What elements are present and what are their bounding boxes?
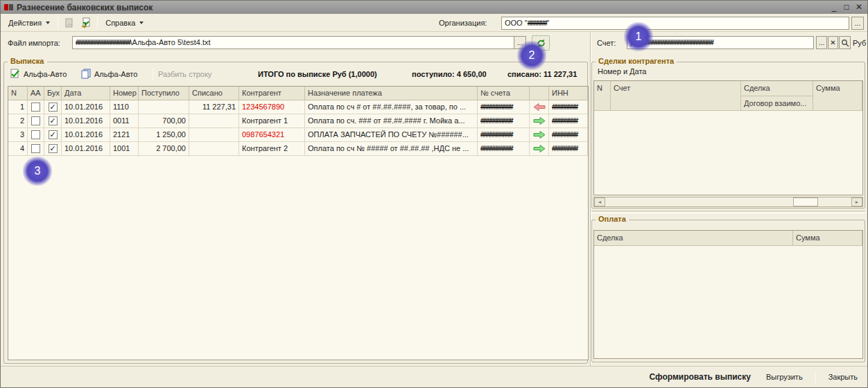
cell-written: 11 227,31 [189, 100, 239, 114]
col-header-n[interactable]: N [8, 87, 28, 100]
organization-label: Организация: [439, 19, 487, 27]
scroll-right-icon[interactable]: ► [851, 197, 862, 206]
col-header-received[interactable]: Поступило [139, 87, 189, 100]
help-menu-button[interactable]: Справка [101, 17, 148, 29]
actions-label: Действия [8, 19, 42, 27]
annotation-badge-1: 1 [624, 22, 653, 51]
scroll-track[interactable] [605, 197, 851, 206]
table-row[interactable]: 2✓10.01.20160011700,00Контрагент 1Оплата… [8, 114, 588, 128]
help-label: Справка [105, 19, 135, 27]
app-window: Разнесение банковских выписок _ □ ✕ Дейс… [0, 0, 868, 388]
cell-buh[interactable]: ✓ [44, 100, 62, 114]
cell-inn: ######## [549, 114, 588, 128]
maximize-button[interactable]: □ [841, 1, 852, 13]
export-button[interactable]: Выгрузить [763, 371, 806, 382]
cell-num: 2121 [110, 128, 139, 142]
col-header-date[interactable]: Дата [62, 87, 110, 100]
statement-rows: 1✓10.01.2016111011 227,311234567890Оплат… [8, 100, 588, 156]
currency-label: Руб [853, 39, 866, 47]
col-header-purpose[interactable]: Назначение платежа [305, 87, 478, 100]
deals-table: N Счет Сделка Сумма Договор взаимо... [593, 80, 863, 195]
col-header-aa[interactable]: АА [28, 87, 44, 100]
close-form-button[interactable]: Закрыть [826, 371, 860, 382]
col-header-inn[interactable]: ИНН [549, 87, 588, 100]
buh-checkbox[interactable]: ✓ [49, 144, 58, 153]
app-icon [4, 4, 13, 10]
alfa-auto-copy-button[interactable]: Альфа-Авто [80, 69, 137, 79]
account-search-button[interactable] [839, 36, 851, 49]
alfa-auto-import-label: Альфа-Авто [24, 70, 67, 78]
deals-col-sum[interactable]: Сумма [813, 81, 862, 111]
cell-aa[interactable] [28, 100, 44, 114]
table-row[interactable]: 3✓10.01.201621211 250,000987654321ОПЛАТА… [8, 128, 588, 142]
statement-table-header: N АА Бух Дата Номер Поступило Списано Ко… [8, 87, 588, 100]
table-row[interactable]: 1✓10.01.2016111011 227,311234567890Оплат… [8, 100, 588, 114]
alfa-auto-import-button[interactable]: Альфа-Авто [10, 69, 67, 79]
deals-col-n[interactable]: N [594, 81, 611, 111]
doc-load-icon [80, 17, 92, 28]
import-file-field[interactable]: #################\Альфа-Авто 5\test4.txt… [72, 36, 526, 49]
annotation-badge-2: 2 [517, 41, 546, 70]
reread-button[interactable] [61, 15, 78, 30]
account-clear-button[interactable]: ✕ [828, 36, 838, 49]
generate-statement-button[interactable]: Сформировать выписку [647, 371, 754, 383]
account-field[interactable]: р/с ###################### [627, 36, 814, 49]
payment-table: Сделка Сумма [593, 230, 863, 359]
minimize-button[interactable]: _ [828, 1, 840, 13]
account-select-button[interactable]: ... [816, 36, 827, 49]
cell-n: 2 [8, 114, 28, 128]
aa-checkbox[interactable] [31, 130, 40, 139]
cell-account: ########## [478, 100, 530, 114]
actions-menu-button[interactable]: Действия [3, 17, 55, 29]
cell-aa[interactable] [28, 128, 44, 142]
col-header-account[interactable]: № счета [478, 87, 530, 100]
col-header-num[interactable]: Номер [110, 87, 139, 100]
cell-aa[interactable] [28, 142, 44, 156]
buh-checkbox[interactable]: ✓ [49, 130, 58, 139]
table-row[interactable]: 4✓10.01.201610012 700,00Контрагент 2Опла… [8, 142, 588, 156]
cell-buh[interactable]: ✓ [44, 114, 62, 128]
deals-hscrollbar[interactable]: ◄ ► [593, 197, 863, 207]
deals-col-deal[interactable]: Сделка [741, 81, 813, 96]
deals-group-caption: Сделки контрагента [596, 57, 677, 65]
cell-buh[interactable]: ✓ [44, 128, 62, 142]
col-header-arrow[interactable] [530, 87, 549, 100]
cell-purpose: Оплата по сч # от ##.##.####, за товар, … [305, 100, 478, 114]
aa-checkbox[interactable] [31, 116, 40, 125]
statement-total-caption: ИТОГО по выписке Руб (1,0000) [258, 70, 377, 78]
cell-contragent: Контрагент 1 [239, 114, 305, 128]
organization-select-button[interactable]: ... [851, 17, 864, 30]
buh-checkbox[interactable]: ✓ [49, 103, 58, 112]
deals-col-account[interactable]: Счет [611, 81, 741, 111]
col-header-written[interactable]: Списано [189, 87, 239, 100]
cell-account: ########## [478, 142, 530, 156]
cell-written [189, 142, 239, 156]
cell-aa[interactable] [28, 114, 44, 128]
payment-group: Оплата Сделка Сумма [591, 220, 865, 362]
import-file-label: Файл импорта: [8, 39, 60, 47]
statement-total-in: поступило: 4 650,00 [412, 70, 487, 78]
organization-field[interactable]: ООО "######" [501, 17, 849, 30]
cell-purpose: Оплата по сч № ##### от ##.##.## ,НДС не… [305, 142, 478, 156]
cell-buh[interactable]: ✓ [44, 142, 62, 156]
scroll-left-icon[interactable]: ◄ [594, 197, 605, 206]
payment-col-deal[interactable]: Сделка [594, 231, 793, 246]
col-header-buh[interactable]: Бух [44, 87, 62, 100]
aa-checkbox[interactable] [31, 103, 40, 112]
col-header-contragent[interactable]: Контрагент [239, 87, 305, 100]
split-row-button[interactable]: Разбить строку [158, 70, 211, 78]
buh-checkbox[interactable]: ✓ [49, 116, 58, 125]
cell-arrow [530, 100, 549, 114]
close-button[interactable]: ✕ [853, 1, 865, 13]
cell-arrow [530, 142, 549, 156]
doc-disabled-icon [64, 17, 75, 28]
pane-splitter[interactable] [591, 211, 865, 213]
deals-subheader[interactable]: Договор взаимо... [741, 96, 813, 111]
load-settings-button[interactable] [78, 15, 94, 30]
cell-account: ########## [478, 114, 530, 128]
payment-col-sum[interactable]: Сумма [793, 231, 862, 246]
arrow-left-icon [533, 103, 546, 112]
scroll-thumb[interactable] [793, 197, 818, 206]
aa-checkbox[interactable] [31, 144, 40, 153]
account-label: Счет: [597, 39, 616, 47]
